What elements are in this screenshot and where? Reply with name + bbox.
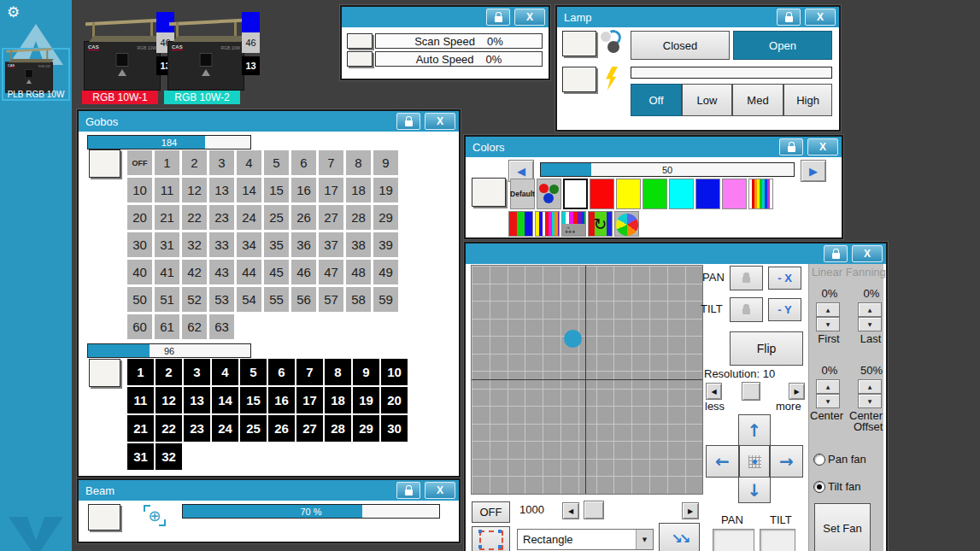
colors-toggle[interactable] (472, 178, 506, 207)
gobo-button[interactable]: 63 (209, 314, 234, 339)
close-button[interactable]: X (805, 9, 836, 26)
lock-button[interactable] (824, 245, 848, 262)
gobo2-button[interactable]: 20 (381, 387, 408, 413)
close-button[interactable]: X (425, 113, 455, 130)
fixture-2-label[interactable]: RGB 10W-2 (164, 91, 240, 104)
gobo2-button[interactable]: 16 (268, 387, 295, 413)
gobo-button[interactable]: 25 (264, 205, 289, 230)
gobo-button[interactable]: 13 (209, 178, 234, 202)
gobo-button[interactable]: 45 (264, 260, 289, 284)
lamp-panel-titlebar[interactable]: Lamp X (557, 7, 839, 27)
resolution-thumb[interactable] (742, 382, 760, 401)
shutter-closed-button[interactable]: Closed (631, 31, 730, 60)
gobo1-toggle[interactable] (89, 149, 120, 178)
rainbow-swatch[interactable] (748, 179, 773, 209)
default-color-button[interactable]: Default (510, 179, 535, 209)
white-swatch[interactable] (563, 179, 588, 209)
gobo-button[interactable]: 16 (291, 178, 316, 202)
shape-marquee-button[interactable] (472, 526, 510, 551)
gobo2-button[interactable]: 31 (127, 443, 154, 470)
gobo-button[interactable]: 49 (373, 260, 398, 284)
shutter-toggle[interactable] (562, 31, 596, 56)
resolution-more-arrow[interactable]: ▶ (789, 383, 805, 400)
gobo2-button[interactable]: 2 (156, 359, 182, 385)
center-offset-up-spinner[interactable]: ▲ (858, 379, 882, 394)
gear-icon[interactable]: ⚙ (7, 3, 20, 21)
gobo2-button[interactable]: 7 (296, 359, 323, 385)
fixture-1-label[interactable]: RGB 10W-1 (82, 91, 158, 104)
resolution-less-arrow[interactable]: ◀ (706, 383, 722, 400)
speed-panel-titlebar[interactable]: X (342, 7, 549, 27)
fixture-2-image[interactable]: CAS RGB 10W (167, 15, 244, 91)
close-button[interactable]: X (425, 482, 455, 499)
tilt-fan-radio[interactable] (813, 481, 825, 493)
gobo-button[interactable]: 9 (373, 150, 398, 175)
fixture-1-image[interactable]: CAS RGB 10W (84, 15, 161, 91)
gobo-button[interactable]: 29 (373, 205, 398, 230)
gobo-button[interactable]: 11 (155, 178, 179, 202)
gobo-button[interactable]: 37 (319, 232, 343, 257)
gobo-button[interactable]: 3 (209, 150, 234, 175)
gobo-button[interactable]: 50 (127, 287, 152, 312)
gobo2-button[interactable]: 11 (127, 387, 154, 413)
shape-dropdown[interactable]: Rectangle ▼ (517, 529, 654, 550)
gobo-button[interactable]: 22 (182, 205, 207, 230)
gobo2-button[interactable]: 24 (212, 415, 238, 442)
gobo-button[interactable]: 60 (127, 314, 152, 339)
nudge-left-button[interactable]: ← (706, 445, 739, 478)
gobo2-button[interactable]: 28 (325, 415, 351, 442)
gobo-button[interactable]: 20 (127, 205, 152, 230)
gobo2-slider[interactable]: 96 (87, 343, 251, 358)
lock-button[interactable] (779, 138, 803, 155)
gobo-button[interactable]: 41 (155, 260, 179, 284)
gobo-button[interactable]: 30 (127, 232, 152, 257)
gobo-button[interactable]: 19 (373, 178, 398, 202)
tilt-value-field[interactable] (760, 529, 795, 551)
gobo-button[interactable]: 10 (127, 178, 152, 202)
lamp-off-button[interactable]: Off (631, 84, 682, 116)
colors-panel-titlebar[interactable]: Colors X (466, 137, 842, 157)
gobo-button[interactable]: 5 (264, 150, 289, 175)
multi-stripes-swatch[interactable] (535, 211, 560, 237)
gobo2-button[interactable]: 22 (156, 415, 182, 442)
gobo-button[interactable]: 61 (155, 314, 179, 339)
scan-speed-toggle[interactable] (347, 33, 373, 49)
invert-x-button[interactable]: - X (768, 267, 801, 290)
gobo2-button[interactable]: 25 (240, 415, 267, 442)
gobo2-button[interactable]: 6 (268, 359, 295, 385)
gobo2-button[interactable]: 26 (268, 415, 295, 442)
gobo-button[interactable]: 36 (291, 232, 316, 257)
gobo-button[interactable]: 46 (291, 260, 316, 284)
last-down-spinner[interactable]: ▼ (858, 317, 882, 331)
gobo-button[interactable]: 58 (346, 287, 371, 312)
gobo1-slider[interactable]: 184 (87, 135, 251, 149)
gobo-button[interactable]: 31 (155, 232, 179, 257)
center-position-button[interactable] (739, 445, 770, 478)
first-down-spinner[interactable]: ▼ (816, 317, 840, 331)
gobo-button[interactable]: 2 (182, 150, 207, 175)
gobo-button[interactable]: 1 (155, 150, 179, 175)
gobo-button[interactable]: 4 (237, 150, 261, 175)
dimmer-toggle[interactable] (562, 67, 596, 92)
gobo2-button[interactable]: 3 (184, 359, 210, 385)
gobo2-button[interactable]: 19 (353, 387, 379, 413)
gobo-button[interactable]: 62 (182, 314, 207, 339)
gobo-button[interactable]: 15 (264, 178, 289, 202)
gobo-button[interactable]: 14 (237, 178, 261, 202)
gobo2-button[interactable]: 29 (353, 415, 379, 442)
lamp-med-button[interactable]: Med (732, 84, 783, 116)
gobo-button[interactable]: 44 (237, 260, 261, 284)
lamp-high-button[interactable]: High (783, 84, 832, 116)
gobo-button[interactable]: 40 (127, 260, 152, 284)
close-button[interactable]: X (852, 245, 883, 262)
nudge-right-button[interactable]: → (770, 445, 803, 478)
close-button[interactable]: X (514, 9, 545, 26)
gobo-button[interactable]: 33 (209, 232, 234, 257)
rgb-circles-swatch[interactable] (537, 179, 561, 209)
gobo2-button[interactable]: 13 (184, 387, 210, 413)
gobo-button[interactable]: 8 (346, 150, 371, 175)
gobo2-button[interactable]: 15 (240, 387, 267, 413)
center-offset-down-spinner[interactable]: ▼ (858, 394, 882, 408)
yellow-swatch[interactable] (616, 179, 641, 209)
beam-slider[interactable]: 70 % (182, 504, 440, 519)
